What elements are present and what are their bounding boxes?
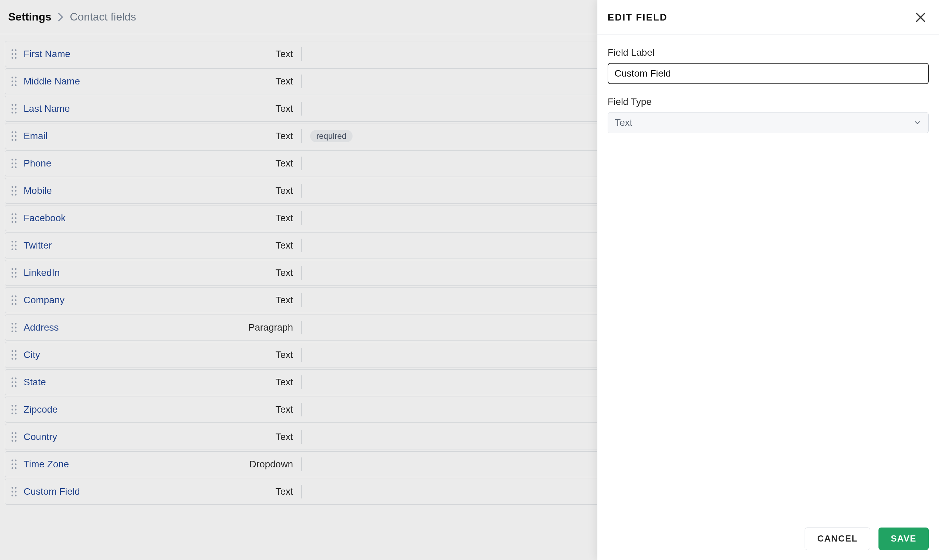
page-root: Settings Contact fields First NameTextMi…	[0, 0, 939, 560]
field-type-select: Text	[608, 112, 929, 133]
field-type-label: Field Type	[608, 96, 929, 107]
cancel-button[interactable]: CANCEL	[805, 528, 870, 550]
form-group-label: Field Label	[608, 47, 929, 84]
field-label-input[interactable]	[608, 63, 929, 84]
panel-body: Field Label Field Type Text	[597, 35, 939, 517]
save-button[interactable]: SAVE	[879, 528, 929, 550]
close-icon[interactable]	[912, 9, 929, 26]
field-label-label: Field Label	[608, 47, 929, 58]
panel-title: EDIT FIELD	[608, 12, 668, 23]
edit-field-panel: EDIT FIELD Field Label Field Type Text	[597, 0, 939, 560]
chevron-down-icon	[913, 118, 922, 127]
panel-footer: CANCEL SAVE	[597, 517, 939, 560]
form-group-type: Field Type Text	[608, 96, 929, 133]
panel-header: EDIT FIELD	[597, 0, 939, 35]
field-type-value: Text	[615, 117, 913, 128]
